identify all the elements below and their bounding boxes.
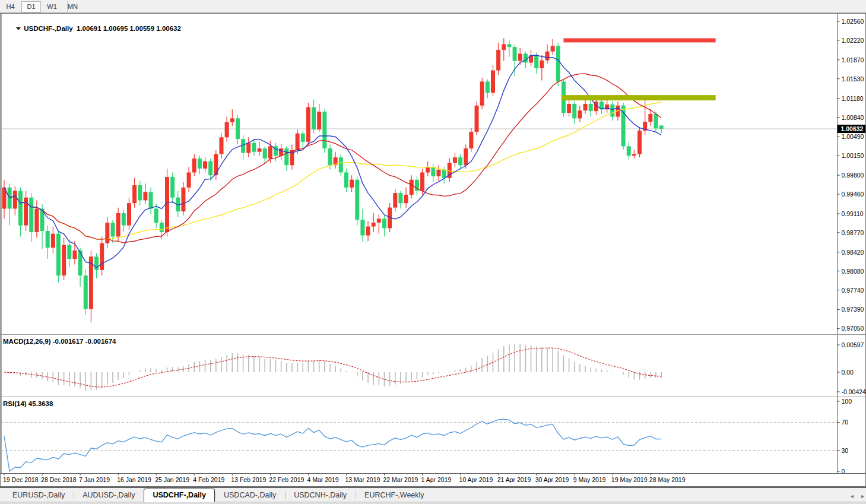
bear-candle-body [486, 81, 490, 93]
bull-candle-body [225, 122, 229, 137]
chart-tabs: EURUSD-,DailyAUDUSD-,DailyUSDCHF-,DailyU… [4, 489, 433, 502]
price-axis-label: 0.98080 [842, 268, 864, 275]
chart-menu-triangle-icon[interactable] [16, 27, 21, 30]
tab-usdchf-daily[interactable]: USDCHF-,Daily [144, 489, 215, 502]
bull-candle-body [578, 110, 582, 118]
macd-axis-label: -0.00424 [842, 388, 866, 395]
support-band[interactable] [562, 95, 716, 100]
bear-candle-body [29, 198, 33, 232]
bull-candle-body [551, 46, 555, 51]
date-axis-label: 28 May 2019 [649, 476, 686, 483]
bear-candle-body [138, 185, 142, 200]
bull-candle-body [475, 106, 479, 132]
bear-candle-body [654, 114, 658, 128]
bear-candle-body [507, 44, 511, 47]
bear-candle-body [556, 46, 560, 81]
bear-candle-body [589, 104, 593, 111]
bull-candle-body [491, 71, 495, 93]
timeframe-toolbar: H4D1W1MN [0, 0, 866, 13]
rsi-axis-label: 100 [842, 398, 852, 405]
bull-candle-body [502, 44, 506, 49]
bull-candle-body [637, 131, 642, 154]
date-axis-label: 7 Jan 2019 [79, 476, 110, 483]
tf-button-w1[interactable]: W1 [42, 1, 62, 12]
bull-candle-body [545, 52, 550, 61]
price-axis-label: 1.01180 [842, 95, 864, 102]
date-axis-label: 16 Jan 2019 [117, 476, 151, 483]
current-price-badge: 1.00632 [838, 125, 866, 133]
price-axis-label: 1.01870 [842, 56, 864, 64]
macd-indicator-label: MACD(12,26,9) -0.001617 -0.001674 [3, 338, 116, 345]
bear-candle-body [322, 112, 326, 148]
bull-candle-body [453, 157, 457, 163]
bull-candle-body [426, 167, 430, 172]
price-axis-label: 1.01530 [842, 75, 864, 83]
bull-candle-body [72, 251, 77, 259]
bear-candle-body [458, 157, 462, 165]
bear-candle-body [312, 107, 316, 130]
rsi-axis-label: 70 [842, 419, 849, 426]
price-axis-label: 1.00840 [842, 114, 864, 121]
tab-scroll-left-icon[interactable]: ◄ [849, 493, 855, 499]
bear-candle-body [198, 159, 202, 169]
bull-candle-body [62, 245, 66, 276]
rsi-axis-label: 0 [842, 468, 845, 475]
bull-candle-body [105, 223, 109, 243]
tf-button-mn[interactable]: MN [63, 1, 83, 12]
bear-candle-body [534, 55, 538, 68]
bear-candle-body [154, 209, 158, 223]
price-axis-label: 1.00490 [842, 133, 864, 140]
bull-candle-body [469, 132, 473, 148]
tab-usdcnh-daily[interactable]: USDCNH-,Daily [285, 489, 356, 502]
bull-candle-body [132, 185, 137, 203]
bull-candle-body [220, 137, 224, 154]
bear-candle-body [328, 148, 332, 165]
price-axis-label: 0.98770 [842, 229, 864, 236]
price-axis-label: 0.97050 [842, 325, 864, 332]
bear-candle-body [659, 125, 664, 129]
date-axis-label: 28 Dec 2018 [41, 476, 77, 483]
bear-candle-body [263, 148, 267, 159]
bull-candle-body [100, 243, 104, 270]
bull-candle-body [420, 172, 424, 191]
svg-text:1.00632: 1.00632 [841, 125, 864, 132]
date-axis-label: 10 Apr 2019 [459, 476, 493, 483]
bull-candle-body [306, 107, 310, 142]
bear-candle-body [208, 161, 212, 175]
bear-candle-body [67, 245, 71, 259]
bull-candle-body [567, 104, 571, 113]
date-axis-label: 19 May 2019 [611, 476, 648, 483]
date-axis-label: 1 Apr 2019 [421, 476, 452, 483]
toolbar-divider [67, 1, 68, 12]
bear-candle-body [84, 275, 88, 309]
tf-button-h4[interactable]: H4 [1, 1, 20, 12]
bull-candle-body [366, 227, 370, 236]
date-axis-label: 22 Feb 2019 [269, 476, 304, 483]
bear-candle-body [160, 223, 164, 232]
date-axis-label: 19 Dec 2018 [3, 476, 39, 483]
bull-candle-body [13, 191, 17, 208]
tab-usdcad-daily[interactable]: USDCAD-,Daily [215, 489, 285, 502]
bull-candle-body [350, 180, 354, 188]
price-axis-label: 1.02220 [842, 37, 864, 44]
bear-candle-body [442, 170, 446, 178]
chart-tab-bar: EURUSD-,DailyAUDUSD-,DailyUSDCHF-,DailyU… [0, 487, 866, 504]
bull-candle-body [518, 53, 522, 61]
bear-candle-body [339, 157, 343, 172]
chart-plot-area[interactable]: 1.025601.022201.018701.015301.011801.008… [0, 13, 866, 487]
bull-candle-body [464, 148, 468, 165]
tab-eurchf-weekly[interactable]: EURCHF-,Weekly [356, 489, 433, 502]
chart-ohlc-quote: 1.00691 1.00695 1.00559 1.00632 [77, 25, 181, 32]
tab-eurusd-daily[interactable]: EURUSD-,Daily [4, 489, 74, 502]
resistance-band[interactable] [563, 38, 715, 42]
tab-audusd-daily[interactable]: AUDUSD-,Daily [74, 489, 144, 502]
bull-candle-body [192, 159, 196, 172]
tf-button-d1[interactable]: D1 [21, 1, 41, 12]
date-axis-label: 30 Apr 2019 [535, 476, 569, 483]
bull-candle-body [404, 195, 408, 203]
bull-candle-body [410, 180, 414, 195]
tab-scroll-right-icon[interactable]: ► [860, 493, 865, 499]
bull-candle-body [317, 112, 321, 129]
bear-candle-body [513, 47, 517, 61]
bull-candle-body [480, 81, 484, 105]
